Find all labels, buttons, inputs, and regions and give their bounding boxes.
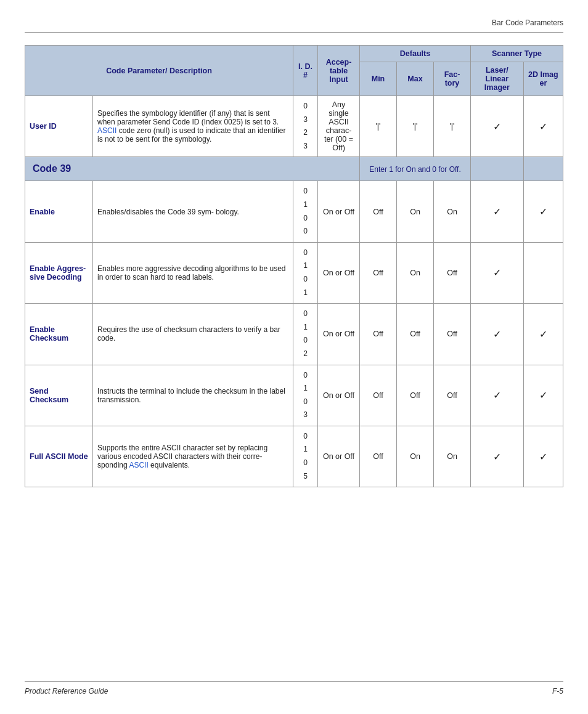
aggressive-row: Enable Aggres- sive Decoding Enables mor… — [25, 242, 563, 303]
checksum-laser: ✓ — [471, 304, 524, 365]
checksum-id: 0 1 0 2 — [293, 304, 318, 365]
aggressive-max: On — [397, 242, 434, 303]
aggressive-acceptable: On or Off — [318, 242, 360, 303]
checksum-desc: Requires the use of checksum characters … — [93, 304, 293, 365]
checksum-name: Enable Checksum — [25, 304, 93, 365]
full-ascii-max: On — [397, 426, 434, 487]
col-header-acceptable: Accep- table Input — [318, 46, 360, 96]
checksum-row: Enable Checksum Requires the use of chec… — [25, 304, 563, 365]
checksum-factory: Off — [434, 304, 471, 365]
full-ascii-desc: Supports the entire ASCII character set … — [93, 426, 293, 487]
main-table: Code Parameter/ Description I. D. # Acce… — [25, 45, 563, 487]
enable-name: Enable — [25, 181, 93, 242]
enable-laser: ✓ — [471, 181, 524, 242]
send-checksum-desc: Instructs the terminal to include the ch… — [93, 365, 293, 426]
send-checksum-laser: ✓ — [471, 365, 524, 426]
full-ascii-name: Full ASCII Mode — [25, 426, 93, 487]
code39-label: Code 39 — [25, 157, 360, 181]
col-header-param-desc: Code Parameter/ Description — [25, 46, 293, 96]
send-checksum-max: Off — [397, 365, 434, 426]
aggressive-name: Enable Aggres- sive Decoding — [25, 242, 93, 303]
send-checksum-min: Off — [360, 365, 397, 426]
aggressive-id: 0 1 0 1 — [293, 242, 318, 303]
send-checksum-factory: Off — [434, 365, 471, 426]
enable-desc: Enables/disables the Code 39 sym- bology… — [93, 181, 293, 242]
user-id-name: User ID — [25, 96, 93, 157]
send-checksum-id: 0 1 0 3 — [293, 365, 318, 426]
page-footer: Product Reference Guide F-5 — [25, 681, 563, 696]
code39-2d-blank — [523, 157, 563, 181]
col-header-laser: Laser/ Linear Imager — [471, 62, 524, 96]
user-id-row: User ID Specifies the symbology identifi… — [25, 96, 563, 157]
full-ascii-row: Full ASCII Mode Supports the entire ASCI… — [25, 426, 563, 487]
enable-id: 0 1 0 0 — [293, 181, 318, 242]
header-title: Bar Code Parameters — [492, 18, 563, 27]
full-ascii-laser: ✓ — [471, 426, 524, 487]
checksum-acceptable: On or Off — [318, 304, 360, 365]
user-id-2d: ✓ — [523, 96, 563, 157]
aggressive-laser: ✓ — [471, 242, 524, 303]
footer-right: F-5 — [552, 687, 563, 696]
send-checksum-row: Send Checksum Instructs the terminal to … — [25, 365, 563, 426]
col-header-min: Min — [360, 62, 397, 96]
page: Bar Code Parameters Code Parameter/ Desc… — [0, 0, 588, 714]
full-ascii-factory: On — [434, 426, 471, 487]
code39-note: Enter 1 for On and 0 for Off. — [360, 157, 471, 181]
col-header-factory: Fac- tory — [434, 62, 471, 96]
col-header-max: Max — [397, 62, 434, 96]
user-id-laser: ✓ — [471, 96, 524, 157]
aggressive-2d — [523, 242, 563, 303]
col-header-scanner-type: Scanner Type — [471, 46, 563, 62]
col-header-id: I. D. # — [293, 46, 318, 96]
user-id-min: '|' — [360, 96, 397, 157]
code39-laser-blank — [471, 157, 524, 181]
user-id-acceptable: Any single ASCII charac- ter (00 = Off) — [318, 96, 360, 157]
send-checksum-name: Send Checksum — [25, 365, 93, 426]
enable-min: Off — [360, 181, 397, 242]
enable-row: Enable Enables/disables the Code 39 sym-… — [25, 181, 563, 242]
full-ascii-id: 0 1 0 5 — [293, 426, 318, 487]
col-header-2d: 2D Imag er — [523, 62, 563, 96]
aggressive-factory: Off — [434, 242, 471, 303]
user-id-desc: Specifies the symbology identifier (if a… — [93, 96, 293, 157]
full-ascii-acceptable: On or Off — [318, 426, 360, 487]
enable-acceptable: On or Off — [318, 181, 360, 242]
checksum-min: Off — [360, 304, 397, 365]
full-ascii-2d: ✓ — [523, 426, 563, 487]
user-id-factory: '|' — [434, 96, 471, 157]
user-id-id: 0 3 2 3 — [293, 96, 318, 157]
page-header: Bar Code Parameters — [25, 18, 563, 33]
aggressive-min: Off — [360, 242, 397, 303]
enable-factory: On — [434, 181, 471, 242]
code39-row: Code 39 Enter 1 for On and 0 for Off. — [25, 157, 563, 181]
send-checksum-2d: ✓ — [523, 365, 563, 426]
footer-left: Product Reference Guide — [25, 687, 108, 696]
aggressive-desc: Enables more aggressive decoding algorit… — [93, 242, 293, 303]
enable-max: On — [397, 181, 434, 242]
send-checksum-acceptable: On or Off — [318, 365, 360, 426]
col-header-defaults: Defaults — [360, 46, 471, 62]
enable-2d: ✓ — [523, 181, 563, 242]
checksum-2d: ✓ — [523, 304, 563, 365]
user-id-max: '|' — [397, 96, 434, 157]
full-ascii-min: Off — [360, 426, 397, 487]
checksum-max: Off — [397, 304, 434, 365]
